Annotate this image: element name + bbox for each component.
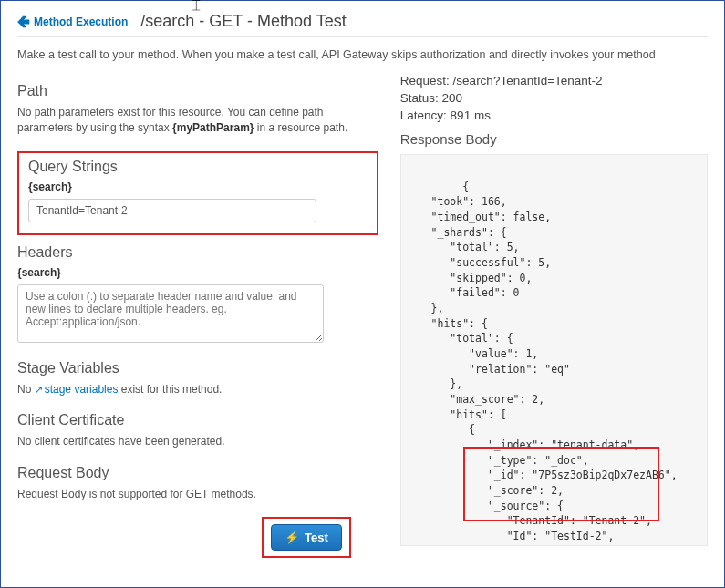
arrow-left-icon: 🡸 (17, 15, 30, 28)
body-text: Request Body is not supported for GET me… (17, 487, 378, 502)
test-button[interactable]: ⚡ Test (271, 524, 342, 551)
stage-text: No ↗stage variables exist for this metho… (17, 382, 378, 398)
path-text: No path parameters exist for this resour… (17, 105, 378, 137)
cert-text: No client certificates have been generat… (17, 434, 378, 449)
test-button-label: Test (305, 531, 328, 544)
response-body-code: { "took": 166, "timed_out": false, "_sha… (400, 154, 708, 546)
stage-variables-section: Stage Variables No ↗stage variables exis… (17, 360, 378, 398)
query-title: Query Strings (28, 159, 368, 175)
headers-title: Headers (17, 244, 378, 261)
lightning-icon: ⚡ (285, 531, 299, 543)
stage-title: Stage Variables (17, 360, 378, 377)
test-button-highlight: ⚡ Test (262, 517, 351, 558)
request-body-section: Request Body Request Body is not support… (17, 465, 378, 502)
query-strings-section: Query Strings {search} (17, 151, 378, 235)
back-link[interactable]: 🡸 Method Execution (17, 15, 128, 28)
stage-variables-link[interactable]: ↗stage variables (35, 382, 119, 397)
query-search-input[interactable] (28, 199, 316, 222)
body-title: Request Body (17, 465, 378, 481)
path-section: Path No path parameters exist for this r… (17, 83, 378, 137)
cert-title: Client Certificate (17, 412, 378, 428)
response-status: Status: 200 (400, 91, 708, 105)
client-cert-section: Client Certificate No client certificate… (17, 412, 378, 449)
query-label: {search} (28, 181, 368, 193)
page-title: /search - GET - Method Test (140, 12, 346, 31)
response-body-title: Response Body (400, 131, 708, 147)
external-link-icon: ↗ (35, 383, 43, 397)
text-cursor-icon: ⌶ (192, 0, 200, 12)
response-body-text: { "took": 166, "timed_out": false, "_sha… (412, 181, 678, 546)
back-link-label: Method Execution (34, 15, 128, 28)
response-latency: Latency: 891 ms (400, 108, 708, 122)
headers-label: {search} (17, 266, 378, 279)
headers-input[interactable] (17, 284, 324, 343)
page-header: 🡸 Method Execution /search - GET - Metho… (17, 12, 708, 37)
response-request: Request: /search?TenantId=Tenant-2 (400, 74, 708, 88)
headers-section: Headers {search} (17, 244, 378, 346)
intro-text: Make a test call to your method. When yo… (17, 48, 708, 61)
path-title: Path (17, 83, 378, 99)
